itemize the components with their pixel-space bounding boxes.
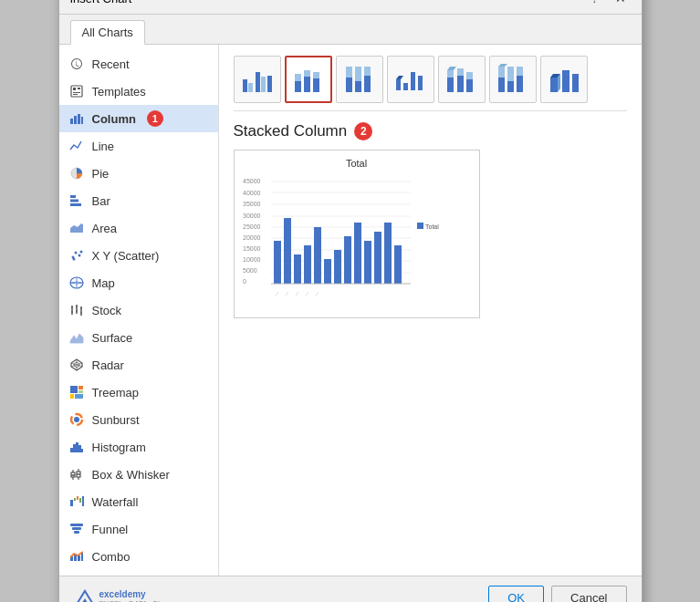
pie-icon bbox=[68, 165, 85, 182]
svg-text:5000: 5000 bbox=[243, 267, 257, 274]
sidebar-item-sunburst[interactable]: Sunburst bbox=[59, 406, 218, 433]
chart-thumb-3d-clustered[interactable] bbox=[387, 56, 434, 103]
sidebar-label-bar: Bar bbox=[92, 194, 110, 208]
svg-point-17 bbox=[79, 251, 82, 254]
sidebar-label-column: Column bbox=[92, 112, 136, 126]
svg-rect-70 bbox=[256, 72, 260, 92]
sidebar-item-line[interactable]: Line bbox=[59, 132, 218, 160]
svg-rect-67 bbox=[81, 553, 83, 561]
svg-rect-89 bbox=[418, 76, 423, 90]
svg-marker-13 bbox=[70, 223, 83, 233]
chart-thumb-100-3d-stacked[interactable] bbox=[489, 56, 537, 103]
waterfall-icon bbox=[68, 493, 85, 510]
close-button[interactable]: ✕ bbox=[611, 0, 631, 6]
chart-thumb-3d-column[interactable] bbox=[540, 56, 588, 103]
preview-title: Total bbox=[242, 158, 472, 169]
content-area: Recent Templates Colu bbox=[59, 45, 642, 576]
chart-thumb-100stacked[interactable] bbox=[336, 56, 383, 103]
title-bar: Insert Chart ? ✕ bbox=[59, 0, 642, 15]
sidebar-item-treemap[interactable]: Treemap bbox=[59, 379, 218, 406]
svg-rect-69 bbox=[248, 83, 253, 92]
sidebar-item-scatter[interactable]: X Y (Scatter) bbox=[59, 242, 218, 269]
svg-text:25000: 25000 bbox=[243, 223, 261, 230]
svg-rect-98 bbox=[498, 67, 505, 78]
sidebar-item-recent[interactable]: Recent bbox=[59, 50, 218, 78]
templates-icon bbox=[68, 83, 85, 99]
sidebar-label-stock: Stock bbox=[92, 304, 122, 317]
help-button[interactable]: ? bbox=[587, 0, 603, 6]
svg-rect-107 bbox=[562, 70, 569, 92]
sidebar-item-boxwhisker[interactable]: Box & Whisker bbox=[59, 461, 218, 488]
svg-rect-37 bbox=[78, 386, 83, 389]
svg-marker-30 bbox=[70, 334, 83, 343]
combo-icon bbox=[68, 548, 85, 565]
sidebar-item-stock[interactable]: Stock bbox=[59, 296, 218, 324]
recent-icon bbox=[68, 56, 85, 72]
sidebar-item-bar[interactable]: Bar bbox=[59, 187, 218, 214]
sidebar-item-funnel[interactable]: Funnel bbox=[59, 515, 218, 543]
svg-rect-4 bbox=[73, 94, 78, 95]
sidebar-item-waterfall[interactable]: Waterfall bbox=[59, 488, 218, 515]
badge-2: 2 bbox=[354, 122, 372, 140]
sidebar-item-pie[interactable]: Pie bbox=[59, 160, 218, 187]
scatter-icon bbox=[68, 247, 85, 264]
svg-rect-45 bbox=[76, 442, 78, 452]
svg-rect-62 bbox=[72, 527, 81, 530]
svg-rect-84 bbox=[364, 67, 371, 76]
footer-buttons: OK Cancel bbox=[488, 586, 626, 602]
cancel-button[interactable]: Cancel bbox=[551, 586, 626, 602]
treemap-icon bbox=[68, 384, 85, 400]
logo-icon bbox=[74, 589, 96, 603]
svg-rect-148 bbox=[417, 223, 423, 229]
svg-rect-108 bbox=[572, 74, 579, 92]
svg-rect-44 bbox=[73, 444, 76, 452]
svg-rect-0 bbox=[71, 86, 82, 97]
chart-preview: Total 45000 40000 35000 30000 25000 2000… bbox=[234, 150, 480, 318]
boxwhisker-icon bbox=[68, 466, 85, 483]
svg-rect-90 bbox=[447, 78, 454, 92]
tab-all-charts[interactable]: All Charts bbox=[70, 20, 145, 45]
sidebar-item-column[interactable]: Column 1 bbox=[59, 105, 218, 132]
svg-rect-131 bbox=[294, 254, 301, 284]
line-icon bbox=[68, 138, 85, 154]
svg-text:15000: 15000 bbox=[243, 245, 261, 252]
svg-point-16 bbox=[78, 254, 80, 257]
svg-rect-104 bbox=[550, 78, 558, 92]
sidebar-item-combo[interactable]: Combo bbox=[59, 543, 218, 570]
ok-button[interactable]: OK bbox=[488, 586, 544, 602]
sidebar-item-radar[interactable]: Radar bbox=[59, 351, 218, 379]
chart-type-row bbox=[234, 56, 627, 111]
sidebar-label-recent: Recent bbox=[92, 57, 130, 71]
svg-rect-6 bbox=[74, 116, 77, 124]
sidebar-item-map[interactable]: Map bbox=[59, 269, 218, 296]
svg-rect-11 bbox=[70, 200, 78, 202]
sidebar-item-histogram[interactable]: Histogram bbox=[59, 433, 218, 461]
svg-rect-46 bbox=[78, 445, 81, 452]
svg-text:Total: Total bbox=[425, 223, 439, 230]
chart-thumb-clustered[interactable] bbox=[234, 56, 281, 103]
chart-thumb-3d-stacked[interactable] bbox=[438, 56, 486, 103]
chart-thumb-stacked[interactable] bbox=[285, 56, 332, 103]
sidebar-item-templates[interactable]: Templates bbox=[59, 78, 218, 105]
svg-rect-103 bbox=[517, 67, 523, 76]
sidebar-label-line: Line bbox=[92, 140, 115, 153]
svg-rect-85 bbox=[396, 79, 401, 90]
tabs-bar: All Charts bbox=[59, 15, 642, 45]
chart-svg-area: 45000 40000 35000 30000 25000 20000 1500… bbox=[242, 172, 472, 305]
svg-marker-86 bbox=[396, 76, 403, 79]
svg-rect-5 bbox=[70, 119, 73, 124]
svg-rect-63 bbox=[74, 531, 79, 534]
histogram-icon bbox=[68, 439, 85, 455]
svg-rect-136 bbox=[344, 236, 351, 284]
svg-rect-130 bbox=[284, 218, 291, 284]
svg-rect-87 bbox=[403, 83, 408, 90]
svg-marker-151 bbox=[80, 598, 89, 603]
sidebar-label-radar: Radar bbox=[92, 358, 124, 372]
sidebar: Recent Templates Colu bbox=[59, 45, 219, 576]
svg-rect-56 bbox=[70, 500, 73, 506]
sunburst-icon bbox=[68, 411, 85, 428]
sidebar-item-area[interactable]: Area bbox=[59, 214, 218, 242]
sidebar-item-surface[interactable]: Surface bbox=[59, 324, 218, 351]
svg-rect-141 bbox=[394, 245, 402, 284]
column-icon bbox=[68, 110, 85, 127]
